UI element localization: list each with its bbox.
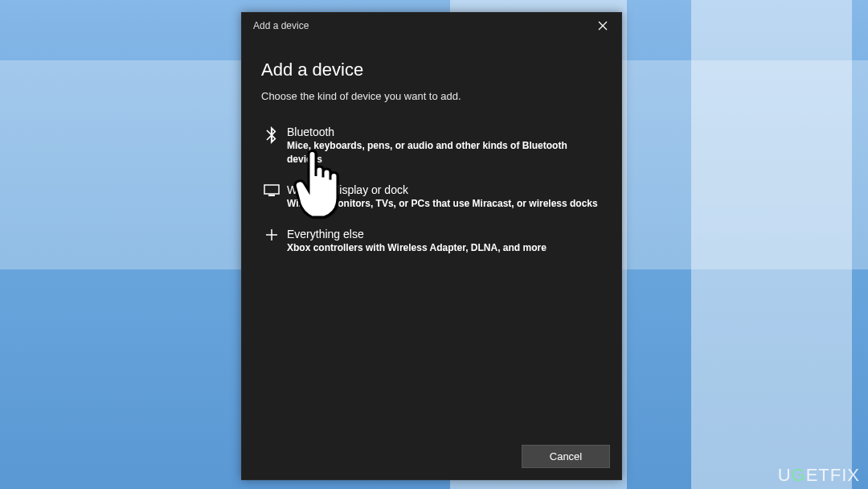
- option-bluetooth-title: Bluetooth: [287, 125, 602, 139]
- bluetooth-icon: [261, 126, 282, 144]
- plus-icon: [261, 228, 282, 241]
- dialog-content: Add a device Choose the kind of device y…: [242, 39, 621, 437]
- svg-rect-3: [268, 195, 275, 196]
- add-device-dialog: Add a device Add a device Choose the kin…: [241, 12, 622, 480]
- option-wireless-desc: Wireless monitors, TVs, or PCs that use …: [287, 197, 602, 211]
- close-icon: [598, 21, 608, 31]
- dialog-subheading: Choose the kind of device you want to ad…: [261, 90, 602, 102]
- dialog-title-text: Add a device: [253, 20, 309, 31]
- option-everything-desc: Xbox controllers with Wireless Adapter, …: [287, 241, 602, 255]
- monitor-icon: [261, 184, 282, 197]
- bg-stripe-vertical-2: [691, 0, 852, 489]
- option-wireless-title: Wireless display or dock: [287, 183, 602, 197]
- option-bluetooth[interactable]: Bluetooth Mice, keyboards, pens, or audi…: [261, 120, 602, 178]
- watermark-text: UGETFIX: [778, 465, 860, 486]
- option-bluetooth-desc: Mice, keyboards, pens, or audio and othe…: [287, 139, 602, 166]
- svg-rect-2: [264, 185, 279, 194]
- cancel-button[interactable]: Cancel: [522, 445, 610, 468]
- dialog-titlebar: Add a device: [242, 13, 621, 39]
- desktop-background: Add a device Add a device Choose the kin…: [0, 0, 868, 489]
- option-wireless-display[interactable]: Wireless display or dock Wireless monito…: [261, 178, 602, 222]
- dialog-footer: Cancel: [242, 437, 621, 479]
- close-button[interactable]: [584, 13, 621, 39]
- dialog-heading: Add a device: [261, 60, 602, 80]
- option-everything-title: Everything else: [287, 227, 602, 241]
- option-everything-else[interactable]: Everything else Xbox controllers with Wi…: [261, 222, 602, 266]
